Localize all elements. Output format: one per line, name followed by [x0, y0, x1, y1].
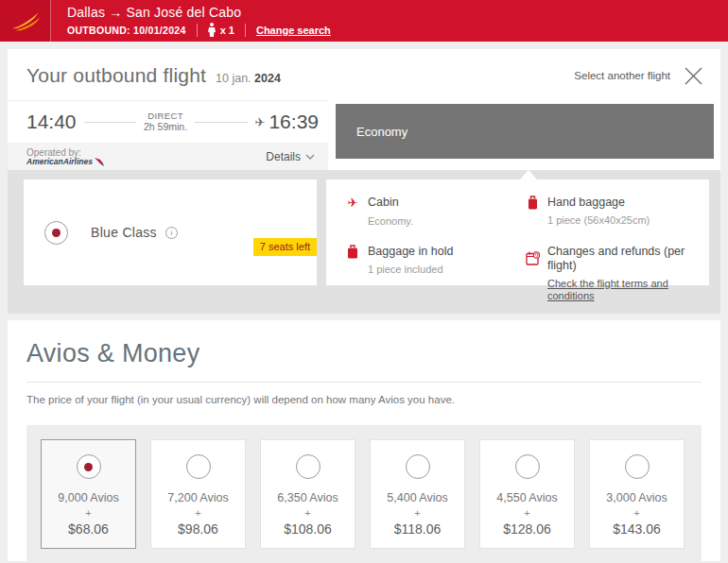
avios-description: The price of your flight (in your usual … [26, 394, 702, 405]
plane-icon: ✈ [345, 196, 360, 211]
passenger-count: x 1 [208, 23, 234, 37]
flight-path-line [195, 122, 247, 123]
avios-radio[interactable] [515, 454, 540, 479]
hand-baggage-icon [525, 196, 540, 210]
fare-details-card: ✈ Cabin Economy. Hand baggage 1 piece (5… [326, 179, 709, 285]
avios-option-6[interactable]: 3,000 Avios + $143.06 [589, 439, 685, 549]
passenger-icon [208, 23, 216, 37]
chevron-down-icon [305, 154, 315, 160]
calendar-refund-icon [525, 251, 540, 265]
fare-option-blue-class[interactable]: Blue Class i 7 seats left [24, 179, 317, 285]
iberia-logo[interactable] [0, 0, 51, 42]
outbound-flight-section: Your outbound flight 10 jan. 2024 Select… [8, 49, 720, 314]
route-title: Dallas → San José del Cabo [67, 5, 331, 20]
avios-option-3[interactable]: 6,350 Avios + $108.06 [260, 439, 355, 549]
avios-radio[interactable] [186, 454, 211, 479]
american-airlines-logo: AmericanAirlines [26, 158, 104, 166]
close-icon[interactable] [684, 66, 703, 86]
avios-money-section: Avios & Money The price of your flight (… [8, 320, 720, 561]
tab-economy[interactable]: Economy [336, 104, 714, 159]
fare-name: Blue Class [91, 225, 157, 240]
fare-band: Blue Class i 7 seats left ✈ Cabin Econom… [8, 170, 720, 314]
detail-changes-refunds: Changes and refunds (per flight) Check t… [525, 245, 709, 303]
flight-terms-link[interactable]: Check the flight terms and conditions [547, 278, 709, 302]
change-search-link[interactable]: Change search [256, 25, 331, 36]
divider [245, 24, 246, 37]
flight-path-line [84, 122, 136, 123]
flight-duration: DIRECT 2h 59min. [144, 111, 187, 134]
departure-time: 14:40 [26, 111, 77, 133]
avios-radio[interactable] [406, 454, 430, 479]
flight-summary: 14:40 DIRECT 2h 59min. ✈ 16:39 Operated … [8, 100, 328, 170]
detail-hold-baggage: Baggage in hold 1 piece included [345, 245, 525, 303]
flight-date: 10 jan. 2024 [216, 72, 281, 85]
avios-option-2[interactable]: 7,200 Avios + $98.06 [150, 439, 246, 549]
avios-title: Avios & Money [26, 339, 702, 368]
avios-options-strip: 9,000 Avios + $68.06 7,200 Avios + $98.0… [26, 425, 702, 563]
iberia-swoosh-icon [9, 9, 42, 32]
avios-option-5[interactable]: 4,550 Avios + $128.06 [479, 439, 575, 549]
hold-baggage-icon [345, 245, 360, 259]
detail-hand-baggage: Hand baggage 1 piece (56x40x25cm) [525, 196, 709, 228]
top-header-bar: Dallas → San José del Cabo OUTBOUND: 10/… [0, 0, 728, 42]
caret-up [520, 170, 537, 179]
divider [26, 382, 702, 383]
outbound-date-label: OUTBOUND: 10/01/2024 [67, 25, 186, 36]
avios-radio[interactable] [77, 454, 101, 479]
avios-radio[interactable] [296, 454, 321, 479]
aa-eagle-icon [95, 158, 104, 166]
fare-radio[interactable] [44, 221, 68, 245]
avios-option-4[interactable]: 5,400 Avios + $118.06 [370, 439, 465, 549]
seats-left-badge: 7 seats left [253, 238, 317, 256]
avios-radio[interactable] [625, 454, 650, 479]
details-toggle[interactable]: Details [266, 150, 315, 163]
select-another-flight-label: Select another flight [574, 70, 670, 81]
detail-cabin: ✈ Cabin Economy. [345, 196, 525, 228]
arrival-time: 16:39 [269, 111, 319, 133]
section-title: Your outbound flight [26, 64, 206, 87]
info-icon[interactable]: i [165, 227, 178, 239]
divider [197, 24, 198, 37]
avios-option-1[interactable]: 9,000 Avios + $68.06 [41, 439, 136, 549]
plane-icon: ✈ [255, 115, 266, 129]
